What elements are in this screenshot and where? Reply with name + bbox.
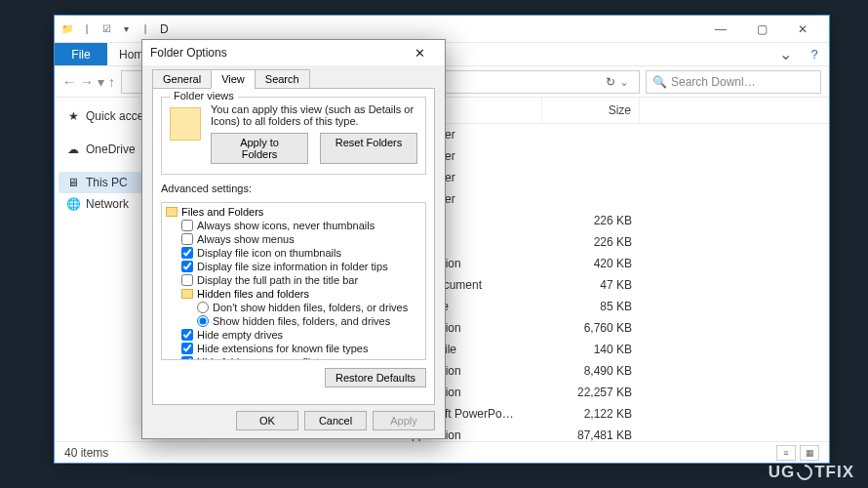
ring-icon <box>794 462 816 484</box>
folder-views-group: Folder views You can apply this view (su… <box>161 97 426 175</box>
file-size: 85 KB <box>542 298 640 315</box>
option-label: Don't show hidden files, folders, or dri… <box>213 302 408 313</box>
radio-input[interactable] <box>197 315 209 327</box>
option-label: Display the full path in the title bar <box>197 274 358 286</box>
folder-icon: 📁 <box>60 22 74 36</box>
nav-buttons: ← → ▾ ↑ <box>62 74 115 90</box>
tab-general[interactable]: General <box>152 69 212 89</box>
details-view-icon[interactable]: ≡ <box>776 445 796 461</box>
minimize-button[interactable]: — <box>700 17 741 42</box>
folder-views-label: Folder views <box>170 90 238 102</box>
tree-option[interactable]: Display the full path in the title bar <box>166 273 421 287</box>
view-tab-page: Folder views You can apply this view (su… <box>152 88 435 405</box>
file-size: 6,760 KB <box>542 319 640 337</box>
search-placeholder: Search Downl… <box>671 75 756 89</box>
checkbox-input[interactable] <box>181 220 193 231</box>
dialog-tabs: General View Search <box>152 69 435 89</box>
maximize-button[interactable]: ▢ <box>741 17 782 42</box>
file-tab[interactable]: File <box>55 43 107 65</box>
pc-icon: 🖥 <box>66 176 80 189</box>
option-label: Hide folder merge conflicts <box>197 356 324 360</box>
tree-root[interactable]: Files and Folders <box>166 205 421 219</box>
tree-option[interactable]: Hide folder merge conflicts <box>166 355 421 360</box>
option-label: Hide empty drives <box>197 329 283 341</box>
file-size: 2,122 KB <box>542 405 640 423</box>
watermark: UGTFIX <box>769 463 854 482</box>
folder-icon <box>166 207 178 217</box>
checkbox-input[interactable] <box>181 247 193 259</box>
checkbox-input[interactable] <box>181 356 193 360</box>
tree-option[interactable]: Hide empty drives <box>166 328 421 342</box>
cancel-button[interactable]: Cancel <box>304 411 367 430</box>
properties-icon[interactable]: ☑ <box>99 22 113 36</box>
advanced-settings-tree[interactable]: Files and FoldersAlways show icons, neve… <box>161 202 426 360</box>
tree-option[interactable]: Display file icon on thumbnails <box>166 246 421 260</box>
file-size <box>542 126 640 143</box>
tree-option[interactable]: Display file size information in folder … <box>166 260 421 273</box>
dialog-titlebar: Folder Options ✕ <box>142 40 445 65</box>
tree-option[interactable]: Don't show hidden files, folders, or dri… <box>166 301 421 314</box>
close-button[interactable]: ✕ <box>782 17 823 42</box>
apply-button[interactable]: Apply <box>373 411 435 430</box>
tree-option[interactable]: Always show menus <box>166 232 421 246</box>
window-controls: — ▢ ✕ <box>700 17 823 42</box>
dialog-buttons: OK Cancel Apply <box>152 405 435 430</box>
recent-dropdown-icon[interactable]: ▾ <box>98 74 104 90</box>
file-size: 47 KB <box>542 276 640 294</box>
restore-defaults-button[interactable]: Restore Defaults <box>325 368 426 387</box>
tree-option[interactable]: Hide extensions for known file types <box>166 342 421 355</box>
dialog-close-icon[interactable]: ✕ <box>402 43 437 62</box>
tree-option[interactable]: Show hidden files, folders, and drives <box>166 314 421 328</box>
search-box[interactable]: 🔍 Search Downl… <box>646 70 821 94</box>
folder-options-dialog: Folder Options ✕ General View Search Fol… <box>141 39 446 439</box>
option-label: Hide extensions for known file types <box>197 343 368 354</box>
network-icon: 🌐 <box>66 197 80 211</box>
view-switcher: ≡ ▦ <box>776 445 819 461</box>
file-size: 22,257 KB <box>542 384 640 401</box>
breadcrumb-dropdown-icon[interactable]: ⌄ <box>619 75 629 89</box>
apply-to-folders-button[interactable]: Apply to Folders <box>211 133 308 164</box>
back-icon[interactable]: ← <box>62 74 76 90</box>
file-size: 226 KB <box>542 212 640 229</box>
sidebar-item-label: Network <box>86 197 129 211</box>
tab-search[interactable]: Search <box>255 69 310 89</box>
status-bar: 40 items ≡ ▦ <box>55 441 829 463</box>
file-size <box>542 147 640 165</box>
file-size <box>542 169 640 186</box>
tree-option[interactable]: Always show icons, never thumbnails <box>166 219 421 232</box>
cloud-icon: ☁ <box>66 142 80 156</box>
radio-input[interactable] <box>197 302 209 313</box>
up-icon[interactable]: ↑ <box>108 74 115 90</box>
checkbox-input[interactable] <box>181 261 193 272</box>
icons-view-icon[interactable]: ▦ <box>800 445 819 461</box>
folder-icon <box>181 289 193 299</box>
ribbon-expand-icon[interactable]: ⌄ <box>770 43 800 65</box>
star-icon: ★ <box>66 109 80 123</box>
checkbox-input[interactable] <box>181 343 193 354</box>
forward-icon[interactable]: → <box>80 74 94 90</box>
folder-views-desc: You can apply this view (such as Details… <box>211 103 417 127</box>
qat-dropdown-icon[interactable]: ▾ <box>119 22 133 36</box>
file-size: 8,490 KB <box>542 362 640 380</box>
item-count: 40 items <box>64 446 108 460</box>
qat-sep: | <box>80 22 94 36</box>
quick-access-toolbar: 📁 | ☑ ▾ | <box>60 22 152 36</box>
tree-folder[interactable]: Hidden files and folders <box>166 287 421 301</box>
help-icon[interactable]: ? <box>800 43 829 65</box>
file-size: 420 KB <box>542 255 640 272</box>
option-label: Display file icon on thumbnails <box>197 247 341 259</box>
window-title: D <box>160 22 169 36</box>
option-label: Display file size information in folder … <box>197 261 388 272</box>
checkbox-input[interactable] <box>181 233 193 245</box>
refresh-icon[interactable]: ↻ <box>606 75 615 89</box>
reset-folders-button[interactable]: Reset Folders <box>320 133 417 164</box>
option-label: Always show icons, never thumbnails <box>197 220 375 231</box>
checkbox-input[interactable] <box>181 274 193 286</box>
tab-view[interactable]: View <box>211 69 256 89</box>
file-size: 87,481 KB <box>542 427 640 441</box>
dialog-body: General View Search Folder views You can… <box>142 65 445 438</box>
folder-views-icon <box>170 107 201 141</box>
checkbox-input[interactable] <box>181 329 193 341</box>
col-size[interactable]: Size <box>542 98 640 123</box>
ok-button[interactable]: OK <box>236 411 298 430</box>
